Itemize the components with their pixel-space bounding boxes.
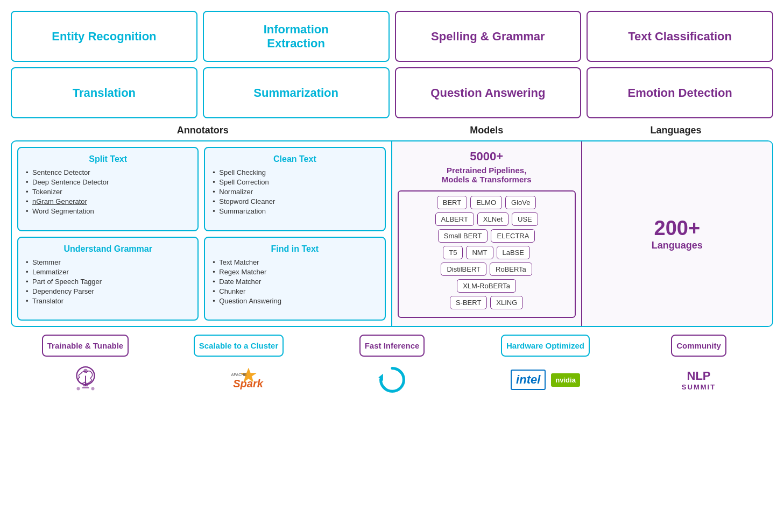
understand-grammar-list: Stemmer Lemmatizer Part of Speech Tagger…: [25, 258, 191, 305]
list-item: Part of Speech Tagger: [25, 278, 191, 286]
model-bert: BERT: [437, 196, 467, 209]
card-summarization: Summarization: [203, 67, 390, 118]
logo-nlp-summit: NLP SUMMIT: [682, 361, 716, 399]
logo-brain: [69, 361, 102, 399]
annotators-column: Split Text Sentence Detector Deep Senten…: [12, 141, 392, 326]
label-models: Models: [392, 125, 582, 136]
top-row-2: Translation Summarization Question Answe…: [11, 67, 773, 118]
list-item: Dependency Parser: [25, 287, 191, 295]
split-text-title: Split Text: [25, 154, 191, 164]
list-item: Summarization: [211, 207, 378, 215]
model-t5: T5: [443, 246, 463, 259]
top-row-1: Entity Recognition InformationExtraction…: [11, 11, 773, 62]
list-item: Translator: [25, 297, 191, 305]
bottom-hardware: Hardware Optimized intel nvidia: [471, 335, 620, 399]
badge-fast-inference: Fast Inference: [359, 335, 425, 357]
list-item: Deep Sentence Detector: [25, 178, 191, 186]
logo-fast-inference: [373, 361, 411, 399]
list-item: Stopword Cleaner: [211, 197, 378, 205]
model-xlm-roberta: XLM-RoBERTa: [457, 279, 516, 293]
nvidia-icon: nvidia: [551, 373, 580, 387]
model-row-2: ALBERT XLNet USE: [403, 212, 570, 226]
arrow-cycle-icon: [373, 364, 411, 396]
logo-hardware: intel nvidia: [511, 361, 580, 399]
model-labse: LaBSE: [497, 246, 530, 259]
find-in-text-title: Find in Text: [211, 244, 378, 254]
clean-text-list: Spell Checking Spell Correction Normaliz…: [211, 168, 378, 215]
models-grid: BERT ELMO GloVe ALBERT XLNet USE Small B…: [398, 190, 576, 318]
find-in-text-list: Text Matcher Regex Matcher Date Matcher …: [211, 258, 378, 305]
list-item: Chunker: [211, 287, 378, 295]
model-row-4: T5 NMT LaBSE: [403, 246, 570, 259]
list-item: Word Segmentation: [25, 207, 191, 215]
list-item: nGram Generator: [25, 197, 191, 205]
model-albert: ALBERT: [435, 212, 474, 226]
brain-icon: [69, 364, 102, 396]
model-use: USE: [512, 212, 538, 226]
model-xling: XLING: [490, 296, 523, 309]
clean-text-box: Clean Text Spell Checking Spell Correcti…: [204, 147, 385, 231]
badge-trainable: Trainable & Tunable: [42, 335, 129, 357]
model-xlnet: XLNet: [477, 212, 508, 226]
list-item: Normalizer: [211, 188, 378, 196]
model-row-5: DistilBERT RoBERTa: [403, 263, 570, 276]
model-nmt: NMT: [466, 246, 493, 259]
find-in-text-box: Find in Text Text Matcher Regex Matcher …: [204, 237, 385, 321]
svg-point-4: [76, 387, 80, 391]
section-labels: Annotators Models Languages: [11, 125, 773, 136]
model-row-7: S-BERT XLING: [403, 296, 570, 309]
logo-spark: APACHE Spark: [212, 361, 266, 399]
list-item: Stemmer: [25, 258, 191, 266]
bottom-community: Community NLP SUMMIT: [624, 335, 773, 399]
model-roberta: RoBERTa: [490, 263, 532, 276]
split-text-box: Split Text Sentence Detector Deep Senten…: [17, 147, 199, 231]
list-item: Text Matcher: [211, 258, 378, 266]
model-row-1: BERT ELMO GloVe: [403, 196, 570, 209]
understand-grammar-box: Understand Grammar Stemmer Lemmatizer Pa…: [17, 237, 199, 321]
model-small-bert: Small BERT: [438, 229, 488, 243]
model-glove: GloVe: [505, 196, 536, 209]
svg-point-6: [83, 369, 88, 373]
model-distilbert: DistilBERT: [441, 263, 486, 276]
model-row-6: XLM-RoBERTa: [403, 279, 570, 293]
badge-scalable: Scalable to a Cluster: [194, 335, 284, 357]
badge-community: Community: [671, 335, 726, 357]
card-spelling-grammar: Spelling & Grammar: [395, 11, 582, 62]
models-description: Pretrained Pipelines,Models & Transforme…: [442, 166, 532, 184]
clean-text-title: Clean Text: [211, 154, 378, 164]
card-entity-recognition: Entity Recognition: [11, 11, 197, 62]
card-translation: Translation: [11, 67, 197, 118]
middle-section: Split Text Sentence Detector Deep Senten…: [11, 140, 773, 327]
label-languages: Languages: [581, 125, 771, 136]
card-text-classification: Text Classification: [587, 11, 773, 62]
nlp-summit-icon: NLP SUMMIT: [682, 369, 716, 391]
list-item: Question Answering: [211, 297, 378, 305]
split-text-list: Sentence Detector Deep Sentence Detector…: [25, 168, 191, 215]
understand-grammar-title: Understand Grammar: [25, 244, 191, 254]
model-row-3: Small BERT ELECTRA: [403, 229, 570, 243]
list-item: Sentence Detector: [25, 168, 191, 176]
model-sbert: S-BERT: [450, 296, 487, 309]
bottom-section: Trainable & Tunable Scalable to a Cluste…: [11, 335, 773, 399]
languages-count: 200+: [654, 217, 701, 240]
intel-icon: intel: [511, 370, 546, 390]
list-item: Lemmatizer: [25, 268, 191, 276]
models-column: 5000+ Pretrained Pipelines,Models & Tran…: [392, 141, 582, 326]
list-item: Spell Checking: [211, 168, 378, 176]
bottom-fast-inference: Fast Inference: [317, 335, 467, 399]
list-item: Regex Matcher: [211, 268, 378, 276]
card-question-answering: Question Answering: [395, 67, 582, 118]
main-wrapper: Entity Recognition InformationExtraction…: [11, 11, 773, 399]
card-emotion-detection: Emotion Detection: [587, 67, 773, 118]
card-information-extraction: InformationExtraction: [203, 11, 390, 62]
bottom-trainable: Trainable & Tunable: [11, 335, 160, 399]
languages-column: 200+ Languages: [582, 141, 772, 326]
svg-text:APACHE: APACHE: [231, 373, 246, 377]
svg-text:Spark: Spark: [233, 378, 263, 389]
languages-label: Languages: [652, 240, 703, 251]
spark-icon: APACHE Spark: [212, 364, 266, 396]
list-item: Spell Correction: [211, 178, 378, 186]
models-count: 5000+: [470, 150, 503, 164]
list-item: Tokenizer: [25, 188, 191, 196]
model-electra: ELECTRA: [491, 229, 535, 243]
